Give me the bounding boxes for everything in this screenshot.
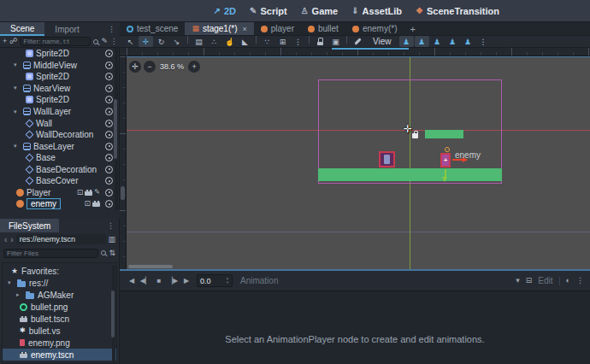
group-icon[interactable] — [328, 36, 343, 47]
visibility-eye-icon[interactable] — [105, 143, 113, 150]
snap-options-icon[interactable] — [291, 36, 305, 47]
more-dots-icon[interactable] — [476, 36, 491, 47]
dock-tab-import[interactable]: Import — [44, 22, 89, 36]
scene-node-row-walldecoration[interactable]: WallDecoration — [0, 129, 119, 141]
bone-icon[interactable] — [351, 36, 365, 47]
nav-forward-icon[interactable]: › — [9, 235, 14, 244]
animation-time-spinbox[interactable]: 0.0 ▲▼ — [197, 274, 233, 287]
onion-skinning-icon[interactable] — [566, 277, 570, 285]
visibility-eye-icon[interactable] — [105, 50, 113, 57]
scene-node-row-sprite2d[interactable]: Sprite2D — [0, 48, 119, 60]
file-row-res[interactable]: res:// — [3, 277, 116, 289]
move-icon[interactable] — [139, 36, 153, 47]
filesystem-scrollbar[interactable] — [112, 265, 115, 362]
clapper-icon[interactable] — [85, 190, 92, 196]
zoom-percentage[interactable]: 38.6 % — [160, 62, 184, 71]
anim-step-back-icon[interactable] — [139, 278, 151, 285]
filesystem-menu-icon[interactable]: ⋮ — [103, 221, 119, 230]
scene-node-row-sprite2d[interactable]: Sprite2D — [0, 94, 119, 106]
visibility-eye-icon[interactable] — [105, 96, 113, 103]
scene-node-row-nearview[interactable]: NearView — [0, 83, 119, 95]
smart-snap-icon[interactable] — [260, 36, 274, 47]
dock-menu-icon[interactable]: ⋮ — [103, 25, 120, 33]
gizmo-y-axis-arrow[interactable] — [445, 169, 446, 177]
scene-filter-input[interactable] — [20, 37, 91, 46]
platform-floating[interactable] — [425, 130, 463, 138]
file-row-agmaker[interactable]: AGMaker — [3, 289, 116, 301]
scene-node-row-player[interactable]: Player — [0, 187, 119, 199]
visibility-eye-icon[interactable] — [105, 73, 113, 80]
scene-node-row-walllayer[interactable]: WallLayer — [0, 106, 119, 118]
filesystem-tab[interactable]: FileSystem — [0, 219, 59, 232]
rotate-icon[interactable] — [154, 36, 168, 47]
view-menu-button[interactable]: View — [366, 37, 398, 46]
file-filter-input[interactable] — [3, 249, 98, 258]
sep-icon[interactable] — [346, 36, 347, 44]
expand-arrow-icon[interactable] — [14, 143, 21, 150]
player-sprite[interactable] — [379, 151, 395, 167]
enemy-sprite[interactable] — [440, 153, 451, 167]
scene-tab-enemy[interactable]: enemy(*) — [345, 22, 404, 35]
horizontal-scrollbar-thumb[interactable] — [128, 265, 173, 268]
file-row-favorites[interactable]: Favorites: — [3, 265, 116, 277]
expand-arrow-icon[interactable] — [8, 279, 14, 286]
scene-node-row-baselayer[interactable]: BaseLayer — [0, 140, 119, 152]
add-node-icon[interactable]: + — [3, 38, 7, 45]
platform-base[interactable] — [318, 168, 502, 181]
zoom-out-button[interactable]: − — [144, 61, 156, 73]
file-row-bullet-vs[interactable]: bullet.vs — [3, 325, 116, 337]
animation-library-icon[interactable] — [526, 277, 533, 285]
anim-play-back-icon[interactable] — [126, 278, 138, 285]
scene-node-row-basecover[interactable]: BaseCover — [0, 175, 119, 187]
workspace-button-scenetransition[interactable]: SceneTransition — [409, 6, 506, 16]
animation-menu-icon[interactable] — [576, 277, 584, 285]
animation-edit-button[interactable]: Edit — [538, 276, 552, 285]
vertical-scrollbar-thumb[interactable] — [121, 186, 125, 200]
expand-arrow-icon[interactable] — [14, 109, 21, 115]
scene-tab-test-scene[interactable]: test_scene — [120, 22, 185, 35]
visibility-eye-icon[interactable] — [105, 177, 113, 185]
select-icon[interactable] — [123, 36, 138, 47]
open-icon[interactable] — [77, 189, 84, 197]
chevron-down-icon[interactable] — [516, 277, 520, 285]
split-mode-icon[interactable]: ▥ — [108, 236, 115, 244]
visibility-eye-icon[interactable] — [105, 85, 113, 92]
workspace-button-game[interactable]: Game — [294, 6, 345, 16]
visibility-eye-icon[interactable] — [105, 154, 113, 161]
workspace-button-assetlib[interactable]: AssetLib — [345, 6, 409, 16]
scene-node-row-wall[interactable]: Wall — [0, 117, 119, 129]
nav-back-icon[interactable]: ‹ — [3, 235, 8, 244]
workspace-button-script[interactable]: Script — [243, 6, 294, 16]
scene-tree-scrollbar[interactable] — [115, 48, 118, 210]
scene-tab-player[interactable]: player — [254, 22, 301, 35]
spinbox-arrows-icon[interactable]: ▲▼ — [226, 277, 229, 285]
file-row-bullet-png[interactable]: bullet.png — [3, 301, 116, 313]
clapper-icon[interactable] — [92, 201, 100, 207]
file-row-enemy-png[interactable]: enemy.png — [3, 337, 116, 349]
center-view-button[interactable]: ✛ — [129, 61, 141, 73]
skel-options-icon[interactable] — [461, 36, 475, 47]
list-select-icon[interactable] — [192, 36, 206, 47]
visibility-eye-icon[interactable] — [105, 131, 113, 138]
file-row-enemy-tscn[interactable]: enemy.tscn — [3, 349, 116, 361]
scene-node-row-sprite2d[interactable]: Sprite2D — [0, 71, 119, 83]
scene-node-row-base[interactable]: Base — [0, 152, 119, 164]
sort-files-icon[interactable]: ⇅ — [109, 250, 115, 257]
canvas-viewport[interactable]: enemy ✛ ✛ − 38.6 % + — [127, 56, 590, 269]
workspace-button-2d[interactable]: 2D — [207, 6, 243, 16]
visibility-eye-icon[interactable] — [105, 62, 113, 69]
file-row-bullet-tscn[interactable]: bullet.tscn — [3, 313, 116, 325]
lock-icon[interactable] — [313, 36, 327, 47]
scene-tab-stage1[interactable]: stage1(*) × — [185, 22, 253, 35]
scale-icon[interactable] — [169, 36, 184, 47]
pivot-icon[interactable] — [207, 36, 221, 47]
visibility-eye-icon[interactable] — [105, 189, 113, 197]
skel-clear-bones-icon[interactable] — [415, 36, 429, 47]
visibility-eye-icon[interactable] — [105, 166, 113, 173]
anim-play-icon[interactable] — [180, 278, 192, 285]
skel-ik-chain-icon[interactable] — [445, 36, 460, 47]
visibility-eye-icon[interactable] — [105, 108, 113, 115]
ruler-icon[interactable] — [238, 36, 252, 47]
scene-node-row-basedecoration[interactable]: BaseDecoration — [0, 163, 119, 175]
visibility-eye-icon[interactable] — [105, 200, 113, 208]
